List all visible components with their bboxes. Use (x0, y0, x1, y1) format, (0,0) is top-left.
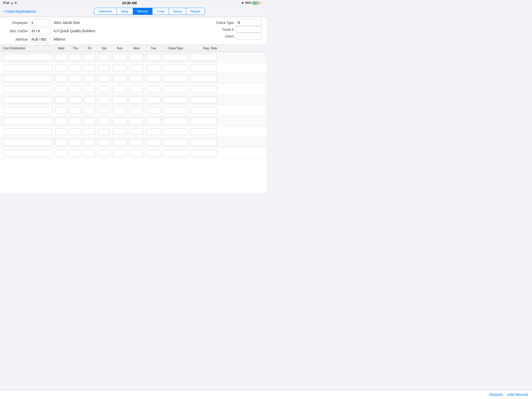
input-sat-4[interactable] (98, 86, 110, 92)
input-rate-6[interactable] (190, 107, 217, 114)
input-wed-6[interactable] (55, 107, 67, 114)
input-sat-10[interactable] (98, 150, 110, 156)
input-rate-9[interactable] (190, 139, 217, 146)
input-tue-8[interactable] (146, 128, 161, 135)
input-tue-10[interactable] (146, 150, 161, 156)
input-fri-9[interactable] (84, 139, 96, 146)
input-thu-6[interactable] (69, 107, 82, 114)
input-mon-10[interactable] (129, 150, 144, 156)
input-rate-2[interactable] (190, 64, 217, 71)
input-rate-4[interactable] (190, 86, 217, 92)
input-mon-2[interactable] (129, 64, 144, 71)
input-wed-3[interactable] (55, 75, 67, 82)
input-tue-3[interactable] (146, 75, 161, 82)
input-cost-dist-7[interactable] (3, 118, 52, 124)
input-mon-1[interactable] (129, 54, 144, 61)
input-thu-4[interactable] (69, 86, 82, 92)
input-cost-dist-4[interactable] (3, 86, 52, 92)
input-mon-5[interactable] (129, 96, 144, 103)
input-rate-3[interactable] (190, 75, 217, 82)
input-wed-1[interactable] (55, 54, 67, 61)
input-sun-3[interactable] (112, 75, 127, 82)
input-wed-8[interactable] (55, 128, 67, 135)
input-thu-10[interactable] (69, 150, 82, 156)
input-mon-8[interactable] (129, 128, 144, 135)
job-input[interactable] (30, 36, 50, 43)
input-wed-5[interactable] (55, 96, 67, 103)
input-fri-5[interactable] (84, 96, 96, 103)
input-wed-9[interactable] (55, 139, 67, 146)
input-sat-3[interactable] (98, 75, 110, 82)
input-sat-8[interactable] (98, 128, 110, 135)
input-sun-9[interactable] (112, 139, 127, 146)
tab-selection[interactable]: Selection (94, 8, 116, 15)
tab-setup[interactable]: Setup (169, 8, 186, 15)
input-rate-5[interactable] (190, 96, 217, 103)
input-tue-1[interactable] (146, 54, 161, 61)
input-class-3[interactable] (163, 75, 188, 82)
ticket-input[interactable] (236, 26, 262, 33)
input-wed-2[interactable] (55, 64, 67, 71)
input-fri-1[interactable] (84, 54, 96, 61)
input-sat-6[interactable] (98, 107, 110, 114)
input-class-2[interactable] (163, 64, 188, 71)
back-button[interactable]: ‹ Field Applications (3, 9, 36, 14)
input-sun-5[interactable] (112, 96, 127, 103)
input-thu-1[interactable] (69, 54, 82, 61)
input-sun-1[interactable] (112, 54, 127, 61)
input-fri-3[interactable] (84, 75, 96, 82)
input-class-6[interactable] (163, 107, 188, 114)
input-cost-dist-10[interactable] (3, 150, 52, 156)
input-cost-dist-1[interactable] (3, 54, 52, 61)
input-mon-6[interactable] (129, 107, 144, 114)
input-rate-10[interactable] (190, 150, 217, 156)
input-sun-2[interactable] (112, 64, 127, 71)
input-wed-10[interactable] (55, 150, 67, 156)
input-sat-5[interactable] (98, 96, 110, 103)
employee-input[interactable] (30, 19, 50, 26)
input-class-8[interactable] (163, 128, 188, 135)
input-cost-dist-8[interactable] (3, 128, 52, 135)
tab-crew[interactable]: Crew (152, 8, 169, 15)
input-class-1[interactable] (163, 54, 188, 61)
input-cost-dist-2[interactable] (3, 64, 52, 71)
input-fri-4[interactable] (84, 86, 96, 92)
input-fri-2[interactable] (84, 64, 96, 71)
input-class-5[interactable] (163, 96, 188, 103)
tab-daily[interactable]: Daily (117, 8, 133, 15)
input-sun-4[interactable] (112, 86, 127, 92)
check-type-input[interactable] (236, 19, 262, 26)
input-thu-9[interactable] (69, 139, 82, 146)
input-sun-10[interactable] (112, 150, 127, 156)
input-tue-9[interactable] (146, 139, 161, 146)
input-fri-6[interactable] (84, 107, 96, 114)
input-mon-3[interactable] (129, 75, 144, 82)
input-class-9[interactable] (163, 139, 188, 146)
input-class-4[interactable] (163, 86, 188, 92)
input-thu-2[interactable] (69, 64, 82, 71)
input-thu-5[interactable] (69, 96, 82, 103)
input-sun-6[interactable] (112, 107, 127, 114)
input-sat-2[interactable] (98, 64, 110, 71)
input-tue-6[interactable] (146, 107, 161, 114)
input-tue-5[interactable] (146, 96, 161, 103)
input-wed-7[interactable] (55, 118, 67, 124)
input-cost-dist-9[interactable] (3, 139, 52, 146)
input-fri-10[interactable] (84, 150, 96, 156)
input-tue-4[interactable] (146, 86, 161, 92)
input-cost-dist-5[interactable] (3, 96, 52, 103)
tab-weekly[interactable]: Weekly (133, 8, 152, 15)
dist-input[interactable] (30, 28, 50, 34)
input-fri-7[interactable] (84, 118, 96, 124)
input-sat-1[interactable] (98, 54, 110, 61)
input-rate-1[interactable] (190, 54, 217, 61)
input-rate-8[interactable] (190, 128, 217, 135)
input-tue-2[interactable] (146, 64, 161, 71)
input-sat-9[interactable] (98, 139, 110, 146)
input-thu-8[interactable] (69, 128, 82, 135)
union-input[interactable] (236, 33, 262, 39)
input-class-7[interactable] (163, 118, 188, 124)
input-sun-7[interactable] (112, 118, 127, 124)
input-mon-7[interactable] (129, 118, 144, 124)
input-fri-8[interactable] (84, 128, 96, 135)
